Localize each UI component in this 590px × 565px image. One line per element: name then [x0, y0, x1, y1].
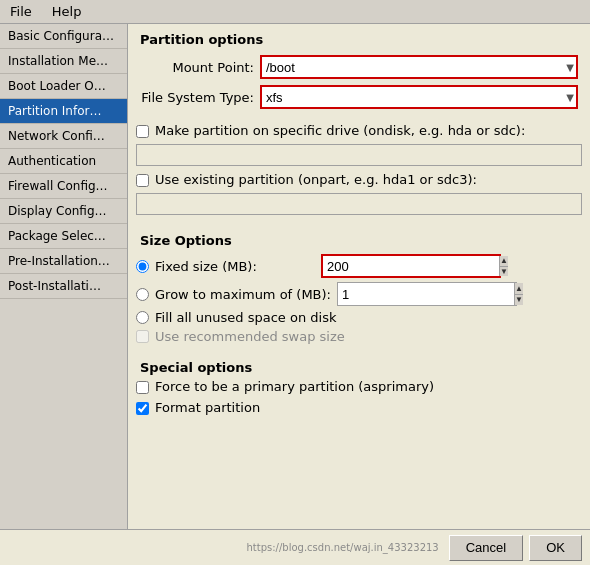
cancel-button[interactable]: Cancel	[449, 535, 523, 561]
fill-unused-row: Fill all unused space on disk	[128, 308, 590, 327]
existing-partition-checkbox[interactable]	[136, 174, 149, 187]
fill-unused-radio[interactable]	[136, 311, 149, 324]
sidebar-item-boot-loader[interactable]: Boot Loader O…	[0, 74, 127, 99]
format-partition-row: Format partition	[128, 400, 590, 415]
grow-max-input[interactable]	[338, 283, 514, 305]
grow-max-row: Grow to maximum of (MB): ▲ ▼	[128, 280, 590, 308]
asprimary-row: Force to be a primary partition (asprima…	[128, 379, 590, 394]
existing-partition-input[interactable]	[136, 193, 582, 215]
grow-max-spinbox: ▲ ▼	[337, 282, 517, 306]
mount-point-select[interactable]: /boot / /home /var swap	[260, 55, 578, 79]
content-area: Partition options Mount Point: /boot / /…	[128, 24, 590, 529]
sidebar-item-basic-config[interactable]: Basic Configura…	[0, 24, 127, 49]
recommended-swap-checkbox[interactable]	[136, 330, 149, 343]
panel-title: Partition options	[128, 24, 590, 51]
specific-drive-input[interactable]	[136, 144, 582, 166]
sidebar-item-authentication[interactable]: Authentication	[0, 149, 127, 174]
menu-file[interactable]: File	[4, 2, 38, 21]
mount-point-row: Mount Point: /boot / /home /var swap	[140, 55, 578, 79]
fixed-size-row: Fixed size (MB): ▲ ▼	[128, 252, 590, 280]
filesystem-type-row: File System Type: xfs ext4 ext3 ext2 swa…	[140, 85, 578, 109]
bottom-bar: https://blog.csdn.net/waj.in_43323213 Ca…	[0, 529, 590, 565]
sidebar-item-firewall-config[interactable]: Firewall Config…	[0, 174, 127, 199]
sidebar-item-partition-info[interactable]: Partition Infor…	[0, 99, 127, 124]
sidebar-item-network-config[interactable]: Network Confi…	[0, 124, 127, 149]
asprimary-checkbox[interactable]	[136, 381, 149, 394]
menu-help[interactable]: Help	[46, 2, 88, 21]
existing-partition-label: Use existing partition (onpart, e.g. hda…	[155, 172, 477, 187]
size-options-title: Size Options	[128, 229, 590, 252]
sidebar-item-pre-installation[interactable]: Pre-Installation…	[0, 249, 127, 274]
sidebar-item-post-installation[interactable]: Post-Installati…	[0, 274, 127, 299]
fill-unused-label: Fill all unused space on disk	[155, 310, 336, 325]
specific-drive-label: Make partition on specific drive (ondisk…	[155, 123, 525, 138]
specific-drive-checkbox[interactable]	[136, 125, 149, 138]
sidebar: Basic Configura… Installation Me… Boot L…	[0, 24, 128, 529]
recommended-swap-label: Use recommended swap size	[155, 329, 345, 344]
fixed-size-spinbox: ▲ ▼	[321, 254, 501, 278]
grow-max-spinbox-buttons: ▲ ▼	[514, 283, 523, 305]
grow-max-increment[interactable]: ▲	[515, 283, 523, 294]
grow-max-radio[interactable]	[136, 288, 149, 301]
mount-point-label: Mount Point:	[140, 60, 260, 75]
asprimary-label: Force to be a primary partition (asprima…	[155, 379, 434, 394]
fixed-size-label: Fixed size (MB):	[155, 259, 315, 274]
ok-button[interactable]: OK	[529, 535, 582, 561]
sidebar-item-display-config[interactable]: Display Config…	[0, 199, 127, 224]
mount-point-select-wrapper: /boot / /home /var swap	[260, 55, 578, 79]
filesystem-type-label: File System Type:	[140, 90, 260, 105]
menubar: File Help	[0, 0, 590, 24]
partition-options-form: Mount Point: /boot / /home /var swap Fil…	[128, 51, 590, 123]
fixed-size-decrement[interactable]: ▼	[500, 266, 508, 277]
watermark-text: https://blog.csdn.net/waj.in_43323213	[8, 542, 443, 553]
sidebar-item-package-select[interactable]: Package Selec…	[0, 224, 127, 249]
special-options-title: Special options	[128, 354, 590, 379]
filesystem-type-select-wrapper: xfs ext4 ext3 ext2 swap vfat	[260, 85, 578, 109]
fixed-size-increment[interactable]: ▲	[500, 256, 508, 266]
grow-max-decrement[interactable]: ▼	[515, 294, 523, 306]
main-container: Basic Configura… Installation Me… Boot L…	[0, 24, 590, 529]
sidebar-item-installation-method[interactable]: Installation Me…	[0, 49, 127, 74]
grow-max-label: Grow to maximum of (MB):	[155, 287, 331, 302]
format-partition-label: Format partition	[155, 400, 260, 415]
fixed-size-radio[interactable]	[136, 260, 149, 273]
filesystem-type-select[interactable]: xfs ext4 ext3 ext2 swap vfat	[260, 85, 578, 109]
format-partition-checkbox[interactable]	[136, 402, 149, 415]
existing-partition-row: Use existing partition (onpart, e.g. hda…	[128, 172, 590, 187]
specific-drive-row: Make partition on specific drive (ondisk…	[128, 123, 590, 138]
recommended-swap-row: Use recommended swap size	[128, 327, 590, 346]
fixed-size-spinbox-buttons: ▲ ▼	[499, 256, 508, 276]
fixed-size-input[interactable]	[323, 256, 499, 276]
